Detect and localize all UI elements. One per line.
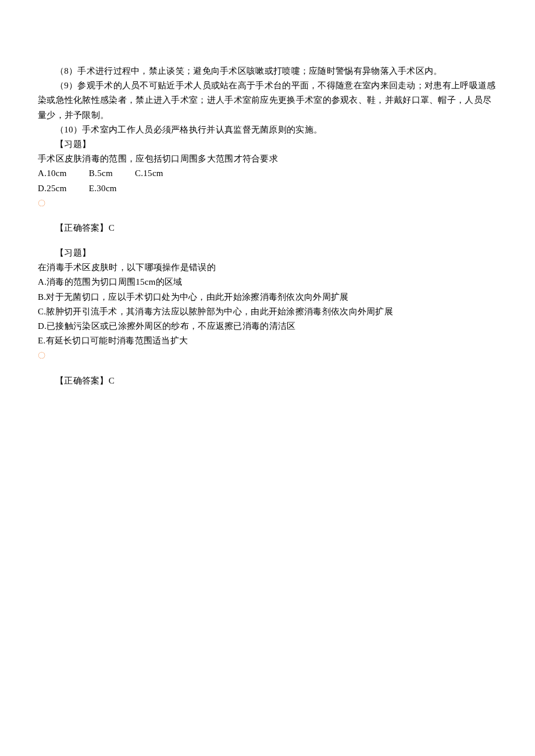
q2-stem: 在消毒手术区皮肤时，以下哪项操作是错误的: [38, 260, 497, 275]
q1-option-c: C.15cm: [135, 166, 163, 181]
q1-header: 【习题】: [38, 137, 497, 152]
q2-option-e: E.有延长切口可能时消毒范围适当扩大: [38, 334, 497, 348]
q1-option-e: E.30cm: [89, 181, 117, 196]
q1-options-row2: D.25cm E.30cm: [38, 181, 497, 196]
q2-header: 【习题】: [38, 246, 497, 260]
paragraph-8: （8）手术进行过程中，禁止谈笑；避免向手术区咳嗽或打喷嚏；应随时警惕有异物落入手…: [38, 64, 497, 78]
paragraph-9: （9）参观手术的人员不可贴近手术人员或站在高于手术台的平面，不得随意在室内来回走…: [38, 78, 497, 123]
paragraph-10: （10）手术室内工作人员必须严格执行并认真监督无菌原则的实施。: [38, 123, 497, 137]
q2-option-a: A.消毒的范围为切口周围15cm的区域: [38, 275, 497, 289]
document-page: （8）手术进行过程中，禁止谈笑；避免向手术区咳嗽或打喷嚏；应随时警惕有异物落入手…: [0, 0, 535, 388]
q1-option-b: B.5cm: [89, 166, 113, 181]
q1-stem: 手术区皮肤消毒的范围，应包括切口周围多大范围才符合要求: [38, 152, 497, 166]
q2-answer: 【正确答案】C: [38, 374, 497, 388]
q1-option-a: A.10cm: [38, 166, 67, 181]
circle-icon: 〇: [38, 199, 45, 208]
q2-option-c: C.脓肿切开引流手术，其消毒方法应以脓肿部为中心，由此开始涂擦消毒剂依次向外周扩…: [38, 304, 497, 319]
q2-option-d: D.已接触污染区或已涂擦外周区的纱布，不应返擦已消毒的清洁区: [38, 319, 497, 334]
circle-icon: 〇: [38, 351, 45, 360]
q2-option-b: B.对于无菌切口，应以手术切口处为中心，由此开始涂擦消毒剂依次向外周扩展: [38, 290, 497, 304]
q1-option-d: D.25cm: [38, 181, 67, 196]
q1-options-row1: A.10cm B.5cm C.15cm: [38, 166, 497, 181]
q1-answer: 【正确答案】C: [38, 221, 497, 235]
